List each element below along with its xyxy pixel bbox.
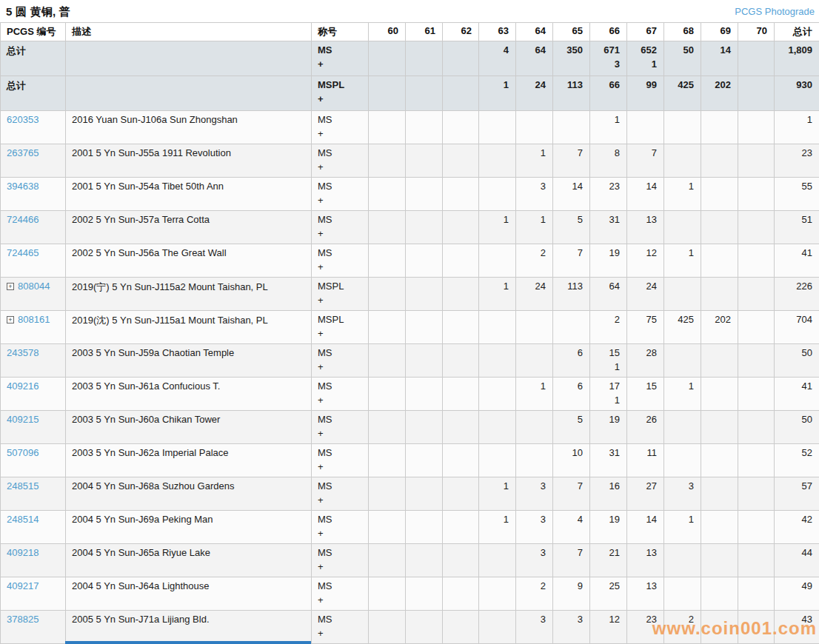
- description-cell: 2001 5 Yn Sun-J55a 1911 Revolution: [66, 144, 312, 178]
- grade-cell-61: [406, 211, 443, 244]
- designation-cell: MS+: [312, 577, 369, 611]
- column-header-4: 61: [406, 23, 443, 41]
- description-cell: 2019(宁) 5 Yn Sun-J115a2 Mount Taishan, P…: [66, 278, 312, 311]
- grade-cell-69: [701, 477, 738, 511]
- grade-cell-65: 7: [553, 244, 590, 278]
- description-cell: [66, 41, 312, 76]
- grade-cell-62: [443, 41, 479, 76]
- grade-cell-64: 2: [516, 244, 553, 278]
- grade-cell-66: 66: [590, 76, 627, 111]
- table-row: 2637652001 5 Yn Sun-J55a 1911 Revolution…: [1, 144, 819, 178]
- pcgs-number-link[interactable]: 724466: [7, 214, 39, 225]
- grade-cell-63: [479, 144, 516, 178]
- designation-cell: MS+: [312, 111, 369, 144]
- pcgs-number-cell: 409217: [1, 577, 66, 611]
- pcgs-number-cell: 409215: [1, 411, 66, 444]
- pcgs-number-cell: +808161: [1, 311, 66, 344]
- grade-cell-66: 8: [590, 144, 627, 178]
- description-cell: 2004 5 Yn Sun-J69a Peking Man: [66, 511, 312, 544]
- grade-cell-66: 2: [590, 311, 627, 344]
- pcgs-number-link[interactable]: 394638: [7, 181, 39, 192]
- grade-cell-64: [516, 111, 553, 144]
- pcgs-number-link[interactable]: 409216: [7, 380, 39, 392]
- grade-cell-63: [479, 378, 516, 411]
- total-cell: 1: [775, 111, 819, 144]
- grade-cell-70: [738, 178, 775, 211]
- grade-cell-66: 31: [590, 211, 627, 244]
- grade-cell-65: 9: [553, 577, 590, 611]
- pcgs-number-link[interactable]: 378825: [7, 614, 39, 625]
- grade-cell-61: [406, 511, 443, 544]
- grade-cell-69: [701, 278, 738, 311]
- description-cell: 2003 5 Yn Sun-J60a Chikan Tower: [66, 411, 312, 444]
- grade-cell-67: 14: [627, 178, 664, 211]
- grade-cell-63: [479, 311, 516, 344]
- pcgs-number-link[interactable]: 409218: [7, 547, 39, 558]
- pcgs-number-link[interactable]: 620353: [7, 114, 39, 125]
- partial-next-row-bar: [65, 641, 311, 644]
- grade-cell-63: [479, 178, 516, 211]
- pcgs-number-link[interactable]: 409217: [7, 580, 39, 591]
- table-row: 2485152004 5 Yn Sun-J68a Suzhou GardensM…: [1, 477, 819, 511]
- grade-cell-65: 113: [553, 76, 590, 111]
- grade-cell-65: 113: [553, 278, 590, 311]
- grade-cell-66: 171: [590, 378, 627, 411]
- grade-cell-64: 3: [516, 178, 553, 211]
- designation-cell: MSPL+: [312, 278, 369, 311]
- pcgs-number-link[interactable]: 507096: [7, 447, 39, 458]
- grade-cell-61: [406, 311, 443, 344]
- grade-cell-61: [406, 444, 443, 477]
- pcgs-number-link[interactable]: 409215: [7, 414, 39, 425]
- grade-cell-69: [701, 511, 738, 544]
- grade-cell-65: 3: [553, 611, 590, 644]
- expand-icon[interactable]: +: [7, 316, 14, 323]
- grade-cell-61: [406, 144, 443, 178]
- pcgs-number-link[interactable]: 248514: [7, 514, 39, 525]
- column-header-2: 称号: [312, 23, 369, 41]
- grade-cell-65: 7: [553, 477, 590, 511]
- grade-cell-63: [479, 111, 516, 144]
- table-row: 4092152003 5 Yn Sun-J60a Chikan TowerMS+…: [1, 411, 819, 444]
- pcgs-number-link[interactable]: 724465: [7, 247, 39, 258]
- total-cell: 55: [775, 178, 819, 211]
- description-cell: 2005 5 Yn Sun-J71a Lijiang Bld.: [66, 611, 312, 644]
- grade-cell-69: [701, 444, 738, 477]
- grade-cell-64: 3: [516, 611, 553, 644]
- pcgs-number-link[interactable]: 263765: [7, 147, 39, 158]
- grade-cell-64: 1: [516, 211, 553, 244]
- grade-cell-69: [701, 144, 738, 178]
- column-header-1: 描述: [66, 23, 312, 41]
- grade-cell-68: 1: [664, 378, 701, 411]
- grade-cell-68: [664, 577, 701, 611]
- grade-cell-64: 3: [516, 544, 553, 577]
- pcgs-number-link[interactable]: 808044: [18, 281, 50, 292]
- expand-icon[interactable]: +: [7, 283, 14, 290]
- grade-cell-63: 1: [479, 211, 516, 244]
- pcgs-number-cell: 507096: [1, 444, 66, 477]
- pcgs-number-link[interactable]: 243578: [7, 347, 39, 358]
- grade-cell-64: 64: [516, 41, 553, 76]
- grade-cell-65: 7: [553, 544, 590, 577]
- grade-cell-66: 12: [590, 611, 627, 644]
- grade-cell-60: [369, 511, 406, 544]
- pcgs-number-link[interactable]: 248515: [7, 480, 39, 492]
- grade-cell-65: 6: [553, 378, 590, 411]
- pcgs-number-link[interactable]: 808161: [18, 314, 50, 325]
- grade-cell-69: [701, 211, 738, 244]
- grade-cell-60: [369, 244, 406, 278]
- grade-cell-65: 350: [553, 41, 590, 76]
- grade-cell-62: [443, 378, 479, 411]
- grade-cell-61: [406, 544, 443, 577]
- column-header-0: PCGS 编号: [1, 23, 66, 41]
- grade-cell-68: [664, 211, 701, 244]
- grade-cell-68: 3: [664, 477, 701, 511]
- row-total-label: 总计: [1, 76, 66, 111]
- grade-cell-68: [664, 344, 701, 378]
- grade-cell-67: 75: [627, 311, 664, 344]
- pcgs-photograde-link[interactable]: PCGS Photograde: [735, 6, 815, 17]
- pcgs-number-cell: 394638: [1, 178, 66, 211]
- grade-cell-70: [738, 511, 775, 544]
- grade-cell-64: 24: [516, 278, 553, 311]
- grade-cell-67: 23: [627, 611, 664, 644]
- grade-cell-64: [516, 444, 553, 477]
